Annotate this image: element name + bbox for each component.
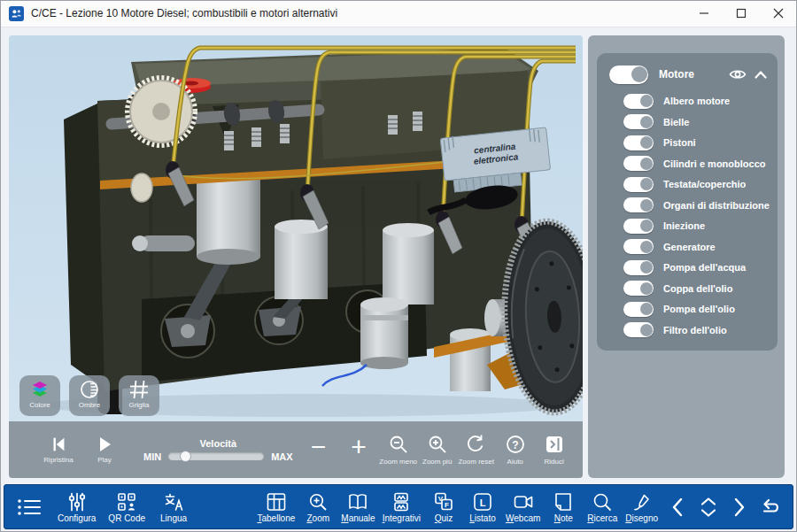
minimize-button[interactable] [685,0,723,27]
listato-label: Listato [469,514,495,523]
play-icon [96,436,113,453]
lingua-button[interactable]: Lingua [158,491,190,523]
playback-bar: Ripristina Play Velocità MIN MAX − + [9,421,583,478]
configura-button[interactable]: Configura [58,491,96,523]
quiz-button[interactable]: V F Quiz [428,491,460,523]
zoom-in-button[interactable]: Zoom più [418,434,457,466]
prev-button[interactable] [670,497,685,518]
next-button[interactable] [732,497,747,518]
part-label: Organi di distribuzione [663,200,770,211]
board-grid-icon [266,491,287,513]
index-button[interactable] [697,496,720,519]
zoom-reset-button[interactable]: Zoom reset [457,434,496,466]
skip-start-icon [49,436,68,453]
distribuzione-toggle[interactable] [623,197,654,212]
qr-code-button[interactable]: QR Code [108,491,145,523]
motore-toggle[interactable] [609,66,648,84]
bielle-toggle[interactable] [623,114,654,129]
part-label: Iniezione [663,220,705,231]
disegno-label: Disegno [625,514,658,523]
pistoni-toggle[interactable] [623,135,654,150]
sticky-note-icon [553,491,574,513]
speed-slider-knob[interactable] [180,451,191,462]
zoom-in-icon [427,434,448,455]
speed-max-label: MAX [271,451,292,462]
part-row-iniezione: Iniezione [609,218,767,234]
testata-toggle[interactable] [623,177,654,192]
listato-button[interactable]: L Listato [467,491,499,523]
webcam-label: Webcam [506,514,540,523]
coppa-olio-toggle[interactable] [623,281,654,296]
layers-color-icon [29,380,50,399]
part-label: Bielle [663,117,689,127]
pompa-olio-toggle[interactable] [623,302,654,317]
configura-label: Configura [58,514,96,523]
shadow-sphere-icon [79,380,100,399]
menu-list-button[interactable] [13,496,45,519]
part-row-cilindri: Cilindri e monoblocco [609,156,767,172]
cilindri-toggle[interactable] [623,156,654,171]
sliders-icon [66,491,88,513]
webcam-button[interactable]: Webcam [506,491,540,523]
restart-button[interactable]: Ripristina [39,436,78,464]
part-label: Generatore [663,242,716,252]
help-button[interactable]: ? Aiuto [496,434,535,466]
return-button[interactable] [759,497,782,517]
ricerca-label: Ricerca [587,514,617,523]
part-row-testata: Testata/coperchio [609,176,767,192]
disegno-button[interactable]: Disegno [625,491,658,523]
part-row-generatore: Generatore [609,239,767,255]
manuale-label: Manuale [341,514,375,523]
engine-3d-model[interactable]: centralina elettronica [9,35,583,421]
filtro-olio-toggle[interactable] [623,322,654,337]
part-row-pompa-olio: Pompa dell'olio [609,301,767,317]
part-label: Filtro dell'olio [663,325,727,335]
chevron-up-icon[interactable] [754,71,767,79]
grid-button[interactable]: Griglia [119,375,159,416]
maximize-button[interactable] [723,0,760,27]
generatore-toggle[interactable] [623,239,654,254]
part-label: Testata/coperchio [663,179,746,189]
main-toolbar: Configura QR Code [4,484,793,529]
ricerca-button[interactable]: Ricerca [586,491,618,523]
increase-button[interactable]: + [338,434,379,460]
collapse-panel-icon [544,434,565,455]
tabellone-label: Tabellone [257,514,295,523]
panel-header: Motore [609,64,767,85]
part-label: Coppa dell'olio [663,283,732,294]
tabellone-button[interactable]: Tabellone [257,491,295,523]
play-label: Play [97,457,112,464]
part-row-albero-motore: Albero motore [609,93,767,109]
albero-motore-toggle[interactable] [623,94,654,109]
zoom-button[interactable]: Zoom [302,491,334,523]
pompa-acqua-toggle[interactable] [623,260,654,275]
part-label: Albero motore [663,96,730,106]
pen-draw-icon [631,491,653,513]
shadows-button[interactable]: Ombre [69,375,110,416]
3d-viewport[interactable]: centralina elettronica [9,35,583,478]
integrativi-button[interactable]: Integrativi [383,491,421,523]
reduce-button[interactable]: Riduci [535,434,574,466]
part-label: Cilindri e monoblocco [663,158,766,169]
zoom-in-label: Zoom più [422,459,452,466]
color-button[interactable]: Colore [19,375,60,416]
visibility-eye-icon[interactable] [729,68,747,81]
part-row-distribuzione: Organi di distribuzione [609,197,767,213]
manuale-button[interactable]: Manuale [341,491,375,523]
layers-sidebar: Motore Albero motore Bielle Pistoni [588,35,785,478]
zoom-out-label: Zoom meno [379,459,417,466]
iniezione-toggle[interactable] [623,219,654,234]
part-label: Pompa dell'acqua [663,262,746,273]
play-button[interactable]: Play [85,436,124,464]
decrease-button[interactable]: − [298,434,339,460]
return-arrow-icon [759,497,782,517]
zoom-reset-icon [466,434,487,455]
close-button[interactable] [760,0,797,27]
reduce-label: Riduci [545,459,564,466]
speed-slider-track[interactable] [168,452,264,460]
note-button[interactable]: Note [547,491,579,523]
app-icon [9,6,24,21]
lingua-label: Lingua [160,514,187,523]
view-options: Colore Ombre Griglia [19,375,159,416]
zoom-out-button[interactable]: Zoom meno [379,434,418,466]
